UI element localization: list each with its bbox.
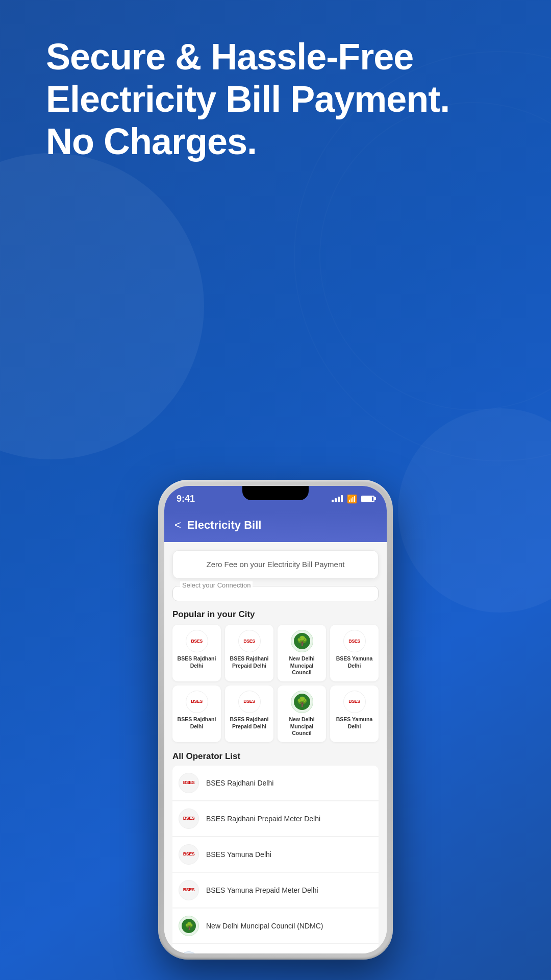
ndmc-logo: 🌳 — [291, 630, 313, 652]
back-button[interactable]: < — [174, 519, 181, 532]
operator-logo-bses: BSES — [179, 773, 199, 793]
operator-logo-bses: BSES — [179, 880, 199, 900]
provider-card-bses-yamuna[interactable]: BSES BSES Yamuna Delhi — [330, 625, 379, 681]
ndmc-logo: 🌳 — [291, 691, 313, 713]
banner-text: Zero Fee on your Electricity Bill Paymen… — [207, 560, 345, 569]
operator-item-bses-rajdhani[interactable]: BSES BSES Rajdhani Delhi — [172, 766, 379, 801]
phone-inner: 9:41 📶 < Electricity Bill — [164, 486, 387, 953]
select-connection-input[interactable]: Select your Connection — [172, 586, 379, 601]
provider-card-ndmc[interactable]: 🌳 New Delhi Muncipal Council — [278, 625, 326, 681]
promo-banner: Zero Fee on your Electricity Bill Paymen… — [172, 550, 379, 579]
page-title: Electricity Bill — [187, 519, 262, 532]
battery-icon — [361, 496, 374, 502]
all-operators-title: All Operator List — [164, 744, 387, 766]
operator-name: BSES Rajdhani Delhi — [206, 779, 273, 787]
tree-icon: 🌳 — [296, 697, 308, 706]
provider-name: BSES Yamuna Delhi — [333, 655, 375, 669]
operator-item-ndmc[interactable]: 🌳 New Delhi Muncipal Council (NDMC) — [172, 909, 379, 944]
app-content: Zero Fee on your Electricity Bill Paymen… — [164, 542, 387, 953]
wifi-icon: 📶 — [347, 494, 357, 504]
provider-name: BSES Rajdhani Delhi — [176, 716, 218, 730]
popular-section-title: Popular in your City — [164, 601, 387, 625]
provider-card-bses-rajdhani-prepaid-2[interactable]: BSES BSES Rajdhani Prepaid Delhi — [225, 685, 273, 742]
provider-name: BSES Rajdhani Prepaid Delhi — [228, 655, 270, 669]
operator-list: BSES BSES Rajdhani Delhi BSES BSES Rajdh… — [164, 766, 387, 953]
operator-item-bses-yamuna[interactable]: BSES BSES Yamuna Delhi — [172, 837, 379, 872]
operator-logo-bses: BSES — [179, 844, 199, 865]
bses-logo: BSES — [343, 691, 366, 713]
tree-icon: 🌳 — [185, 922, 193, 930]
operator-name: New Delhi Muncipal Council (NDMC) — [206, 922, 323, 930]
provider-card-bses-rajdhani-prepaid[interactable]: BSES BSES Rajdhani Prepaid Delhi — [225, 625, 273, 681]
phone-notch — [242, 486, 309, 500]
provider-card-ndmc-2[interactable]: 🌳 New Delhi Muncipal Council — [278, 685, 326, 742]
popular-grid-row2: BSES BSES Rajdhani Delhi BSES BSES Rajdh… — [164, 685, 387, 742]
select-connection-label: Select your Connection — [180, 581, 253, 589]
phone-outer: 9:41 📶 < Electricity Bill — [158, 480, 393, 960]
bses-logo: BSES — [238, 691, 261, 713]
signal-icon — [332, 495, 343, 502]
provider-card-bses-rajdhani-2[interactable]: BSES BSES Rajdhani Delhi — [172, 685, 221, 742]
operator-name: BSES Yamuna Delhi — [206, 850, 271, 859]
app-header: < Electricity Bill — [164, 511, 387, 542]
provider-name: BSES Yamuna Delhi — [333, 716, 375, 730]
provider-name: BSES Rajdhani Prepaid Delhi — [228, 716, 270, 730]
provider-card-bses-yamuna-2[interactable]: BSES BSES Yamuna Delhi — [330, 685, 379, 742]
provider-card-bses-rajdhani[interactable]: BSES BSES Rajdhani Delhi — [172, 625, 221, 681]
bses-logo: BSES — [186, 630, 208, 652]
operator-logo-ndmc: 🌳 — [179, 916, 199, 936]
operator-item-bses-rajdhani-prepaid[interactable]: BSES BSES Rajdhani Prepaid Meter Delhi — [172, 801, 379, 837]
operator-logo-bses: BSES — [179, 808, 199, 829]
bses-logo: BSES — [343, 630, 366, 652]
operator-logo-apcpdcl: APCPDCL — [179, 951, 199, 953]
tree-icon: 🌳 — [296, 636, 308, 646]
bses-logo: BSES — [186, 691, 208, 713]
popular-grid-row1: BSES BSES Rajdhani Delhi BSES BSES Rajdh… — [164, 625, 387, 681]
operator-item-apcpdcl[interactable]: APCPDCL Central Power Distribution Corpo… — [172, 944, 379, 953]
status-icons: 📶 — [332, 494, 374, 504]
provider-name: New Delhi Muncipal Council — [281, 716, 323, 737]
provider-name: BSES Rajdhani Delhi — [176, 655, 218, 669]
status-time: 9:41 — [177, 494, 195, 504]
operator-item-bses-yamuna-prepaid[interactable]: BSES BSES Yamuna Prepaid Meter Delhi — [172, 873, 379, 908]
bses-logo: BSES — [238, 630, 261, 652]
provider-name: New Delhi Muncipal Council — [281, 655, 323, 676]
hero-section: Secure & Hassle-Free Electricity Bill Pa… — [46, 36, 505, 162]
operator-name: BSES Yamuna Prepaid Meter Delhi — [206, 886, 318, 894]
hero-title: Secure & Hassle-Free Electricity Bill Pa… — [46, 36, 505, 162]
operator-name: BSES Rajdhani Prepaid Meter Delhi — [206, 815, 320, 823]
phone-mockup: 9:41 📶 < Electricity Bill — [158, 480, 393, 960]
